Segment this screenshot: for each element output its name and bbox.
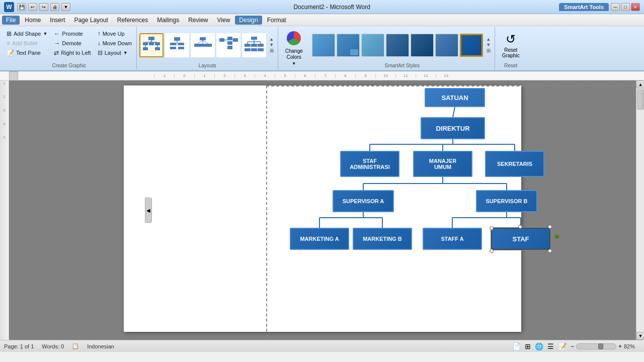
right-to-left-btn[interactable]: ⇄ Right to Left xyxy=(51,48,93,57)
view-btn-fullscreen[interactable]: ⊞ xyxy=(525,342,531,350)
layouts-scroll-down-icon[interactable]: ▼ xyxy=(269,43,274,47)
change-colors-btn[interactable]: ChangeColors ▼ xyxy=(281,29,307,68)
styles-gallery-arrows[interactable]: ▲ ▼ ⊞ xyxy=(485,37,493,53)
org-node-staf-b[interactable]: STAF xyxy=(491,228,550,250)
layout-thumb-1[interactable] xyxy=(139,33,164,57)
style-thumb-5[interactable] xyxy=(411,34,434,57)
org-node-sekretaris[interactable]: SEKRETARIS xyxy=(485,151,544,177)
menu-page-layout[interactable]: Page Layout xyxy=(70,16,112,25)
menu-design[interactable]: Design xyxy=(235,16,262,25)
scroll-up-btn[interactable]: ▲ xyxy=(636,80,644,88)
menu-home[interactable]: Home xyxy=(21,16,45,25)
org-node-satuan[interactable]: SATUAN xyxy=(425,88,485,107)
menu-view[interactable]: View xyxy=(213,16,234,25)
styles-scroll-down-icon[interactable]: ▼ xyxy=(486,43,491,47)
minimize-btn[interactable]: ─ xyxy=(611,3,620,11)
selection-handle-br[interactable] xyxy=(548,249,552,253)
text-pane-btn[interactable]: 📝 Text Pane xyxy=(4,48,50,57)
org-node-direktur[interactable]: DIREKTUR xyxy=(421,117,485,139)
view-btn-draft[interactable]: 📝 xyxy=(558,342,567,350)
zoom-level[interactable]: 82% xyxy=(624,343,640,349)
org-node-manajer-umum[interactable]: MANAJERUMUM xyxy=(413,151,472,177)
layout-btn[interactable]: ⊟ Layout ▼ xyxy=(95,48,134,57)
menu-references[interactable]: References xyxy=(113,16,152,25)
view-btn-print[interactable]: 📄 xyxy=(512,342,521,350)
scroll-thumb[interactable] xyxy=(637,89,644,110)
qat-more[interactable]: ▼ xyxy=(61,3,70,11)
promote-btn[interactable]: ← Promote xyxy=(51,29,93,38)
org-node-supervisor-a[interactable]: SUPERVISOR A xyxy=(333,190,394,212)
menu-format[interactable]: Format xyxy=(263,16,290,25)
zoom-in-btn[interactable]: + xyxy=(618,343,622,350)
styles-expand-icon[interactable]: ⊞ xyxy=(487,48,491,53)
style-thumb-2[interactable] xyxy=(337,34,360,57)
selection-handle-rotate[interactable] xyxy=(555,235,559,239)
menu-mailings[interactable]: Mailings xyxy=(153,16,183,25)
layout-thumb-2[interactable] xyxy=(165,33,189,57)
language-status[interactable]: Indonesian xyxy=(87,343,114,349)
ruler-corner xyxy=(9,71,18,80)
menu-file[interactable]: File xyxy=(2,16,20,25)
org-node-marketing-a[interactable]: MARKETING A xyxy=(290,228,349,250)
qat-redo[interactable]: ↪ xyxy=(39,3,48,11)
svg-rect-17 xyxy=(200,37,206,40)
selection-handle-tr[interactable] xyxy=(548,225,552,229)
selection-handle-bl[interactable] xyxy=(490,249,494,253)
view-btn-web[interactable]: 🌐 xyxy=(535,342,543,350)
layout-thumb-3[interactable] xyxy=(191,33,215,57)
sidebar-toggle-btn[interactable]: ◀ xyxy=(145,198,152,223)
org-node-supervisor-b[interactable]: SUPERVISOR B xyxy=(476,190,537,212)
layout-dropdown-icon[interactable]: ▼ xyxy=(123,50,128,55)
menu-insert[interactable]: Insert xyxy=(46,16,69,25)
svg-rect-5 xyxy=(155,42,160,45)
style-thumb-7[interactable] xyxy=(460,34,483,57)
org-node-staf-administrasi[interactable]: STAFADMINISTRASI xyxy=(340,151,399,177)
zoom-slider[interactable] xyxy=(576,343,616,349)
spell-check-icon[interactable]: 📋 xyxy=(72,343,79,349)
demote-icon: → xyxy=(54,40,60,47)
style-thumb-6[interactable] xyxy=(435,34,458,57)
close-btn[interactable]: ✕ xyxy=(631,3,640,11)
promote-icon: ← xyxy=(54,30,60,37)
svg-line-18 xyxy=(197,40,203,44)
demote-btn[interactable]: → Demote xyxy=(51,39,93,48)
svg-rect-27 xyxy=(227,41,232,45)
move-up-btn[interactable]: ↑ Move Up xyxy=(95,29,134,38)
style-thumb-4[interactable] xyxy=(386,34,409,57)
menu-review[interactable]: Review xyxy=(184,16,212,25)
styles-scroll-up-icon[interactable]: ▲ xyxy=(486,37,491,42)
add-shape-dropdown-icon[interactable]: ▼ xyxy=(43,31,47,36)
qat-undo[interactable]: ↩ xyxy=(28,3,37,11)
layouts-scroll-up-icon[interactable]: ▲ xyxy=(269,37,274,42)
ruler-mark: 4 xyxy=(255,74,275,78)
scroll-down-btn[interactable]: ▼ xyxy=(636,332,644,340)
layouts-gallery-arrows[interactable]: ▲ ▼ ⊞ xyxy=(268,37,276,53)
layouts-expand-icon[interactable]: ⊞ xyxy=(270,48,274,53)
scroll-track[interactable] xyxy=(636,88,644,332)
style-thumb-1[interactable] xyxy=(312,34,335,57)
move-down-btn[interactable]: ↓ Move Down xyxy=(95,39,134,48)
layout-thumb-5[interactable] xyxy=(242,33,266,57)
view-btn-outline[interactable]: ☰ xyxy=(547,342,554,350)
reset-graphic-btn[interactable]: ↺ ResetGraphic xyxy=(498,30,524,61)
layouts-group: ▲ ▼ ⊞ Layouts xyxy=(137,27,278,69)
add-shape-btn[interactable]: ⊞ Add Shape ▼ xyxy=(4,29,50,38)
svg-rect-8 xyxy=(143,47,148,50)
svg-rect-41 xyxy=(251,48,257,51)
style-thumb-3[interactable] xyxy=(361,34,384,57)
qat-print-preview[interactable]: 🖨 xyxy=(50,3,59,11)
selection-handle-tc[interactable] xyxy=(518,225,522,229)
layout-thumb-4[interactable] xyxy=(216,33,240,57)
org-node-marketing-b[interactable]: MARKETING B xyxy=(353,228,412,250)
maximize-btn[interactable]: □ xyxy=(621,3,630,11)
svg-rect-23 xyxy=(206,44,212,47)
qat-save[interactable]: 💾 xyxy=(17,3,26,11)
zoom-out-btn[interactable]: − xyxy=(571,343,574,350)
selection-handle-tl[interactable] xyxy=(490,226,494,230)
org-node-staff-a[interactable]: STAFF A xyxy=(423,228,482,250)
move-down-icon: ↓ xyxy=(98,40,101,47)
svg-rect-21 xyxy=(194,44,200,47)
change-colors-dropdown-icon[interactable]: ▼ xyxy=(292,61,296,66)
svg-rect-31 xyxy=(251,37,257,40)
zoom-thumb[interactable] xyxy=(598,343,603,349)
